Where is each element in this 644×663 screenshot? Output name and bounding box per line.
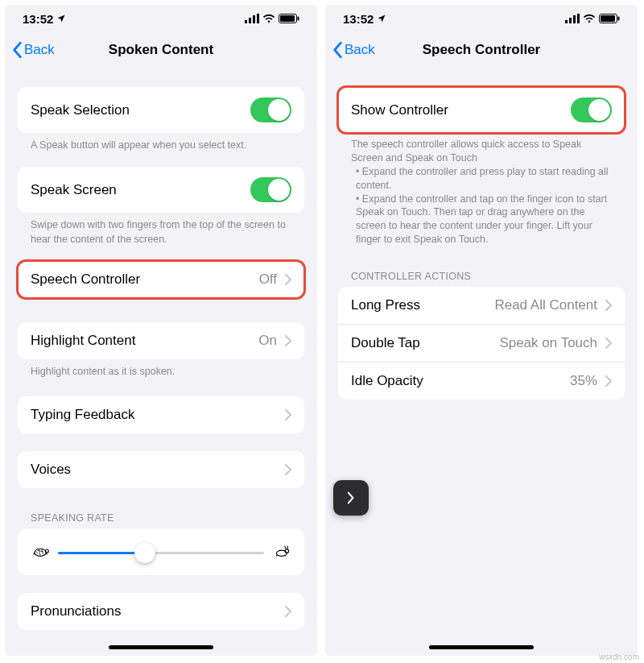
screen-spoken-content: 13:52 Back Spok xyxy=(5,5,317,656)
speak-selection-row[interactable]: Speak Selection xyxy=(18,87,304,133)
location-icon xyxy=(56,14,66,23)
chevron-right-icon xyxy=(285,409,291,421)
svg-rect-16 xyxy=(601,15,615,22)
chevron-right-icon xyxy=(605,375,612,387)
svg-rect-14 xyxy=(577,14,580,23)
long-press-label: Long Press xyxy=(351,297,420,313)
svg-rect-6 xyxy=(298,17,299,21)
rabbit-icon xyxy=(272,545,290,561)
highlight-content-footer: Highlight content as it is spoken. xyxy=(18,359,304,379)
speak-selection-footer: A Speak button will appear when you sele… xyxy=(18,133,304,152)
pronunciations-row[interactable]: Pronunciations xyxy=(18,593,304,630)
back-label: Back xyxy=(24,42,55,58)
status-bar: 13:52 xyxy=(5,5,317,32)
voices-label: Voices xyxy=(31,462,71,478)
tortoise-icon xyxy=(32,545,50,561)
typing-feedback-label: Typing Feedback xyxy=(31,407,134,423)
typing-feedback-group: Typing Feedback xyxy=(18,396,304,433)
idle-opacity-label: Idle Opacity xyxy=(351,373,423,389)
speech-controller-floating-button[interactable] xyxy=(333,480,369,516)
desc-line: The speech controller allows quick acces… xyxy=(351,138,612,165)
speech-controller-row[interactable]: Speech Controller Off xyxy=(18,261,304,298)
svg-rect-17 xyxy=(618,17,620,21)
wifi-icon xyxy=(262,14,275,23)
speech-controller-value: Off xyxy=(259,271,277,288)
show-controller-description: The speech controller allows quick acces… xyxy=(338,133,625,247)
back-label: Back xyxy=(345,42,375,58)
chevron-left-icon xyxy=(11,41,23,59)
svg-rect-0 xyxy=(245,20,247,23)
chevron-right-icon xyxy=(605,300,612,311)
location-icon xyxy=(377,14,386,23)
show-controller-row[interactable]: Show Controller xyxy=(338,87,625,133)
double-tap-label: Double Tap xyxy=(351,335,420,351)
svg-rect-11 xyxy=(565,20,568,23)
idle-opacity-value: 35% xyxy=(570,373,597,389)
show-controller-group: Show Controller xyxy=(338,87,625,133)
status-time: 13:52 xyxy=(23,12,53,26)
speech-controller-label: Speech Controller xyxy=(31,271,140,288)
screen-speech-controller: 13:52 Back Spee xyxy=(325,5,638,656)
chevron-right-icon xyxy=(345,491,357,504)
back-button[interactable]: Back xyxy=(332,41,375,59)
speak-screen-group: Speak Screen xyxy=(18,167,304,213)
typing-feedback-row[interactable]: Typing Feedback xyxy=(18,396,304,433)
show-controller-label: Show Controller xyxy=(351,102,448,118)
status-time: 13:52 xyxy=(343,12,374,26)
speech-controller-group: Speech Controller Off xyxy=(18,261,304,298)
long-press-row[interactable]: Long Press Read All Content xyxy=(338,287,625,324)
speak-selection-label: Speak Selection xyxy=(31,102,130,118)
chevron-right-icon xyxy=(605,338,612,349)
svg-rect-12 xyxy=(569,18,572,23)
speaking-rate-row xyxy=(18,528,304,575)
show-controller-toggle[interactable] xyxy=(571,97,612,122)
speak-screen-toggle[interactable] xyxy=(250,177,291,202)
controller-actions-header: CONTROLLER ACTIONS xyxy=(338,247,625,287)
highlight-content-label: Highlight Content xyxy=(31,333,135,349)
highlight-content-group: Highlight Content On xyxy=(18,322,304,359)
speak-screen-label: Speak Screen xyxy=(31,182,117,198)
svg-rect-13 xyxy=(573,15,576,23)
speak-screen-row[interactable]: Speak Screen xyxy=(18,167,304,213)
controller-actions-group: Long Press Read All Content Double Tap S… xyxy=(338,287,625,400)
speak-selection-toggle[interactable] xyxy=(250,97,291,122)
battery-icon xyxy=(599,14,620,23)
chevron-right-icon xyxy=(285,606,291,617)
back-button[interactable]: Back xyxy=(11,41,55,59)
desc-line: • Expand the controller and tap on the f… xyxy=(351,193,612,247)
speaking-rate-group xyxy=(18,528,304,575)
chevron-right-icon xyxy=(285,335,291,346)
double-tap-value: Speak on Touch xyxy=(499,335,597,351)
pronunciations-label: Pronunciations xyxy=(31,603,121,619)
speak-screen-footer: Swipe down with two fingers from the top… xyxy=(18,213,304,247)
chevron-right-icon xyxy=(285,464,291,475)
battery-icon xyxy=(279,14,299,23)
home-indicator[interactable] xyxy=(429,645,534,649)
svg-rect-5 xyxy=(280,15,295,22)
highlight-content-row[interactable]: Highlight Content On xyxy=(18,322,304,359)
double-tap-row[interactable]: Double Tap Speak on Touch xyxy=(338,324,625,362)
nav-bar: Back Speech Controller xyxy=(325,32,638,68)
home-indicator[interactable] xyxy=(109,645,213,649)
speaking-rate-slider[interactable] xyxy=(58,552,264,554)
cell-signal-icon xyxy=(565,14,580,23)
highlight-content-value: On xyxy=(258,333,277,349)
long-press-value: Read All Content xyxy=(494,297,597,313)
speak-selection-group: Speak Selection xyxy=(18,87,304,133)
chevron-left-icon xyxy=(332,41,343,59)
chevron-right-icon xyxy=(285,274,291,285)
desc-line: • Expand the controller and press play t… xyxy=(351,165,612,193)
cell-signal-icon xyxy=(245,14,259,23)
voices-group: Voices xyxy=(18,451,304,488)
pronunciations-group: Pronunciations xyxy=(18,593,304,630)
watermark: wsxdn.com xyxy=(599,653,639,661)
svg-rect-3 xyxy=(257,14,259,23)
voices-row[interactable]: Voices xyxy=(18,451,304,488)
idle-opacity-row[interactable]: Idle Opacity 35% xyxy=(338,362,625,400)
status-bar: 13:52 xyxy=(325,5,638,32)
wifi-icon xyxy=(583,14,596,23)
speaking-rate-header: SPEAKING RATE xyxy=(18,488,304,528)
nav-bar: Back Spoken Content xyxy=(5,32,317,68)
svg-rect-1 xyxy=(249,18,251,23)
svg-rect-2 xyxy=(253,15,255,23)
